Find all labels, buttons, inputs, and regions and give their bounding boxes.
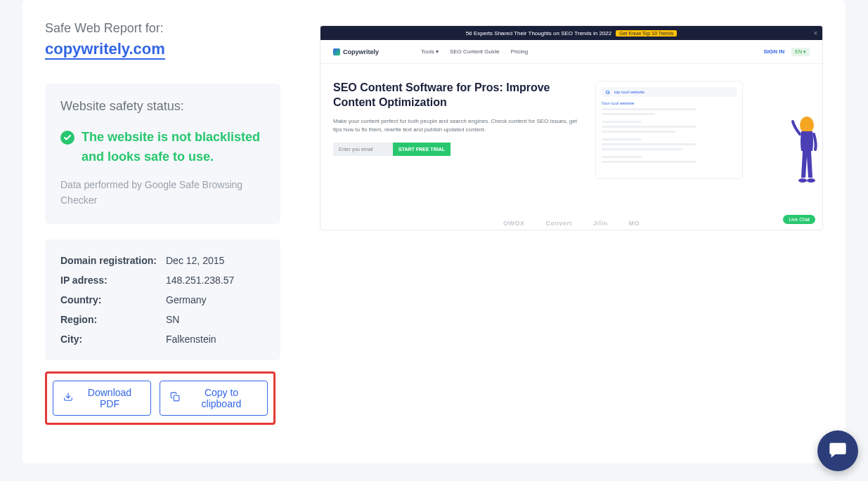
skeleton-line	[602, 113, 656, 115]
checkmark-icon	[60, 131, 75, 145]
safety-status-source: Data performed by Google Safe Browsing C…	[60, 177, 265, 209]
footer-logos: OWOX Convert Jilin MO	[320, 220, 822, 227]
svg-point-4	[807, 178, 815, 183]
preview-nav-right: SIGN IN EN ▾	[764, 48, 810, 56]
nav-link: Tools ▾	[421, 48, 439, 55]
actions-highlight-box: Download PDF Copy to clipboard	[45, 371, 276, 425]
start-trial-button: START FREE TRIAL	[393, 143, 451, 156]
chat-fab-button[interactable]	[817, 430, 858, 471]
nav-link: SEO Content Guide	[450, 48, 500, 55]
google-icon: G	[606, 89, 610, 95]
preview-top-banner: 56 Experts Shared Their Thoughts on SEO …	[320, 26, 822, 40]
skeleton-line	[602, 161, 696, 163]
search-bar-mock: G top cool website	[602, 87, 737, 97]
clipboard-icon	[170, 392, 180, 404]
banner-cta: Get Know Top 10 Trends	[616, 30, 677, 37]
chat-icon	[828, 440, 848, 462]
domain-details-panel: Domain registration: Dec 12, 2015 IP adr…	[45, 239, 280, 360]
skeleton-line	[602, 126, 696, 128]
download-pdf-label: Download PDF	[79, 387, 141, 409]
result-title: Your cool website	[602, 101, 737, 105]
right-column: 56 Experts Shared Their Thoughts on SEO …	[300, 21, 846, 445]
footer-logo: OWOX	[503, 220, 525, 227]
svg-point-2	[800, 117, 814, 133]
report-for-label: Safe Web Report for:	[45, 21, 280, 36]
hero-description: Make your content perfect for both peopl…	[333, 117, 581, 134]
detail-value: Dec 12, 2015	[166, 255, 224, 266]
copy-clipboard-label: Copy to clipboard	[186, 387, 257, 409]
detail-value: 148.251.238.57	[166, 275, 234, 286]
left-column: Safe Web Report for: copywritely.com Web…	[22, 21, 300, 445]
chevron-down-icon: ▾	[436, 48, 439, 55]
preview-hero: SEO Content Software for Pros: Improve C…	[320, 64, 822, 179]
footer-logo: MO	[629, 220, 640, 227]
safety-status-title: Website safety status:	[60, 99, 265, 114]
safety-status-line: The website is not blacklisted and looks…	[60, 128, 265, 167]
domain-link[interactable]: copywritely.com	[45, 40, 165, 60]
skeleton-line	[602, 148, 682, 150]
detail-value: SN	[166, 314, 179, 325]
person-illustration	[790, 116, 823, 186]
skeleton-line	[602, 138, 642, 140]
download-pdf-button[interactable]: Download PDF	[53, 381, 151, 416]
hero-left: SEO Content Software for Pros: Improve C…	[333, 81, 581, 179]
detail-row: City: Falkenstein	[60, 334, 265, 345]
svg-rect-1	[174, 395, 179, 401]
skeleton-line	[602, 143, 696, 145]
detail-row: Country: Germany	[60, 294, 265, 305]
nav-link: Pricing	[511, 48, 528, 55]
safety-status-panel: Website safety status: The website is no…	[45, 84, 280, 224]
preview-nav-links: Tools ▾ SEO Content Guide Pricing	[421, 48, 528, 55]
detail-label: Domain registration:	[60, 255, 166, 266]
logo-text: Copywritely	[343, 48, 379, 55]
search-text: top cool website	[614, 90, 644, 94]
skeleton-line	[602, 108, 696, 110]
footer-logo: Jilin	[593, 220, 608, 227]
copy-clipboard-button[interactable]: Copy to clipboard	[160, 381, 268, 416]
safety-status-message: The website is not blacklisted and looks…	[82, 128, 265, 167]
hero-right: G top cool website Your cool website	[595, 81, 810, 179]
skeleton-line	[602, 131, 676, 133]
email-signup-row: Enter you email START FREE TRIAL	[333, 143, 581, 156]
website-preview: 56 Experts Shared Their Thoughts on SEO …	[320, 25, 823, 230]
preview-logo: Copywritely	[333, 48, 379, 55]
close-icon: ✕	[813, 30, 818, 37]
detail-row: IP adress: 148.251.238.57	[60, 275, 265, 286]
email-input: Enter you email	[333, 143, 393, 156]
detail-value: Falkenstein	[166, 334, 216, 345]
hero-illustration-card: G top cool website Your cool website	[595, 81, 743, 179]
detail-value: Germany	[166, 294, 207, 305]
preview-navbar: Copywritely Tools ▾ SEO Content Guide Pr…	[320, 40, 822, 64]
detail-row: Region: SN	[60, 314, 265, 325]
footer-logo: Convert	[545, 220, 572, 227]
detail-label: Region:	[60, 314, 166, 325]
signin-link: SIGN IN	[764, 48, 785, 55]
detail-label: Country:	[60, 294, 166, 305]
detail-label: IP adress:	[60, 275, 166, 286]
skeleton-line	[602, 121, 642, 123]
svg-point-3	[798, 178, 807, 183]
banner-text: 56 Experts Shared Their Thoughts on SEO …	[466, 30, 611, 37]
skeleton-line	[602, 156, 642, 158]
logo-icon	[333, 48, 340, 55]
download-icon	[63, 392, 73, 404]
lang-selector: EN ▾	[791, 48, 810, 56]
detail-label: City:	[60, 334, 166, 345]
report-card: Safe Web Report for: copywritely.com Web…	[22, 0, 846, 463]
hero-title: SEO Content Software for Pros: Improve C…	[333, 81, 581, 110]
detail-row: Domain registration: Dec 12, 2015	[60, 255, 265, 266]
